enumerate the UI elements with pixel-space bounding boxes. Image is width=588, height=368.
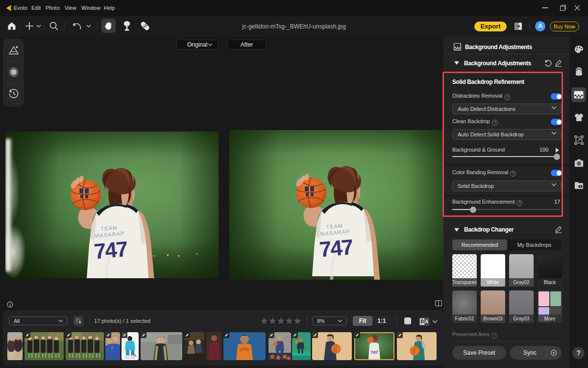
svg-text:747: 747 — [370, 350, 378, 355]
